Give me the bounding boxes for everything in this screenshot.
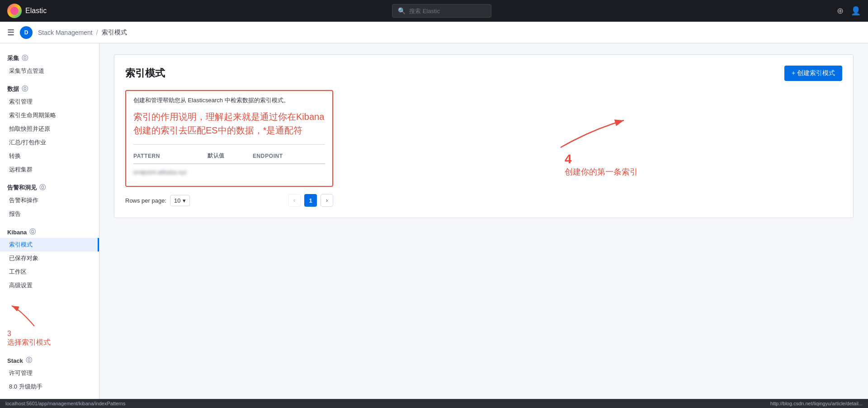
sidebar-item-index-mgmt[interactable]: 索引管理	[0, 95, 99, 109]
sidebar-item-license[interactable]: 许可管理	[0, 366, 99, 380]
global-search[interactable]: 🔍	[392, 4, 491, 18]
row-endpoint: endpoint.alibaba.xyz	[133, 169, 208, 176]
help-icon-data[interactable]: ⓪	[22, 85, 28, 93]
annotation-box: 创建和管理帮助您从 Elasticsearch 中检索数据的索引模式。 索引的作…	[125, 90, 333, 187]
annotation-3-label: 选择索引模式	[7, 338, 92, 347]
status-bar: localhost:5601/app/management/kibana/ind…	[0, 399, 868, 408]
sidebar-item-saved-objects[interactable]: 已保存对象	[0, 251, 99, 265]
section-title-collect: 采集	[7, 54, 19, 62]
sidebar-section-kibana: Kibana ⓪ 索引模式 已保存对象 工作区 高级设置	[0, 224, 99, 292]
rows-per-page: Rows per page: 10 ▾	[125, 195, 190, 206]
hamburger-button[interactable]: ☰	[7, 28, 14, 38]
section-header-alerts: 告警和洞见 ⓪	[0, 180, 99, 194]
top-navigation: Elastic 🔍 ⊕ 👤	[0, 0, 868, 22]
prev-page-button[interactable]: ‹	[288, 194, 301, 207]
search-icon: 🔍	[398, 7, 406, 14]
breadcrumb-current: 索引模式	[102, 28, 127, 37]
sidebar-section-collect: 采集 ⓪ 采集节点管道	[0, 51, 99, 78]
sidebar-item-workspaces[interactable]: 工作区	[0, 265, 99, 279]
sidebar-item-alerts-actions[interactable]: 告警和操作	[0, 194, 99, 207]
status-right-url: http://blog.csdn.net/liqingyu/article/de…	[770, 401, 863, 406]
sidebar-item-index-patterns[interactable]: 索引模式	[0, 238, 99, 251]
index-patterns-panel: 索引模式 + 创建索引模式 创建和管理帮助您从 Elasticsearch 中检…	[114, 54, 854, 218]
section-header-data: 数据 ⓪	[0, 81, 99, 95]
col-header-endpoint: endpoint	[253, 153, 325, 159]
callout-4-area: 4 创建你的第一条索引	[547, 116, 638, 177]
help-icon-stack[interactable]: ⓪	[26, 356, 32, 365]
sidebar-item-reports[interactable]: 报告	[0, 207, 99, 221]
rows-label: Rows per page:	[125, 197, 166, 204]
sidebar-section-alerts: 告警和洞见 ⓪ 告警和操作 报告	[0, 180, 99, 221]
svg-point-0	[10, 7, 19, 15]
col-header-pattern: Pattern	[133, 153, 208, 159]
logo-text: Elastic	[25, 7, 47, 15]
section-header-collect: 采集 ⓪	[0, 51, 99, 64]
nav-left: Elastic	[7, 4, 47, 18]
sidebar-item-transform[interactable]: 转换	[0, 149, 99, 163]
help-icon-kibana[interactable]: ⓪	[29, 228, 36, 236]
sidebar-item-rollup[interactable]: 汇总/打包作业	[0, 136, 99, 149]
annotation-description: 创建和管理帮助您从 Elasticsearch 中检索数据的索引模式。	[133, 96, 325, 104]
sidebar-section-data: 数据 ⓪ 索引管理 索引生命周期策略 拍取快照并还原 汇总/打包作业 转换 远程…	[0, 81, 99, 176]
section-header-kibana: Kibana ⓪	[0, 224, 99, 238]
sidebar-item-lifecycle[interactable]: 索引生命周期策略	[0, 109, 99, 122]
sidebar-item-upgrade[interactable]: 8.0 升级助手	[0, 380, 99, 394]
breadcrumb-separator: /	[96, 29, 98, 36]
rows-count: 10	[174, 197, 180, 204]
col-header-default: 默认值	[208, 152, 253, 160]
help-icon[interactable]: ⊕	[837, 6, 844, 16]
annotation-3-arrow	[7, 301, 43, 328]
elastic-logo-icon	[7, 4, 22, 18]
main-content: 索引模式 + 创建索引模式 创建和管理帮助您从 Elasticsearch 中检…	[99, 43, 868, 408]
breadcrumb: Stack Management / 索引模式	[38, 28, 127, 37]
page-navigation: ‹ 1 ›	[288, 194, 333, 207]
avatar: D	[20, 26, 33, 39]
section-title-data: 数据	[7, 85, 19, 93]
help-icon-alerts[interactable]: ⓪	[39, 184, 46, 192]
next-page-button[interactable]: ›	[321, 194, 333, 207]
callout-4-label: 创建你的第一条索引	[565, 166, 638, 177]
section-title-stack: Stack	[7, 357, 23, 364]
annotation-3-area: 3 选择索引模式	[0, 296, 99, 353]
annotation-main-text: 索引的作用说明，理解起来就是通过你在Kibana创建的索引去匹配ES中的数据，*…	[133, 110, 325, 137]
panel-body: 创建和管理帮助您从 Elasticsearch 中检索数据的索引模式。 索引的作…	[125, 90, 842, 207]
table-row-blurred: endpoint.alibaba.xyz	[133, 164, 325, 180]
breadcrumb-bar: ☰ D Stack Management / 索引模式	[0, 22, 868, 43]
section-header-stack: Stack ⓪	[0, 353, 99, 366]
help-icon-collect[interactable]: ⓪	[22, 54, 28, 62]
sidebar-item-pipeline[interactable]: 采集节点管道	[0, 64, 99, 78]
breadcrumb-stack-management[interactable]: Stack Management	[38, 29, 93, 36]
callout-4-number: 4	[565, 152, 572, 166]
annotation-4-arrow	[556, 116, 628, 152]
section-title-kibana: Kibana	[7, 229, 27, 236]
rows-select[interactable]: 10 ▾	[170, 195, 189, 206]
sidebar-item-snapshot[interactable]: 拍取快照并还原	[0, 122, 99, 136]
create-index-pattern-button[interactable]: + 创建索引模式	[784, 66, 842, 81]
chevron-down-icon: ▾	[183, 197, 186, 204]
nav-icons: ⊕ 👤	[837, 6, 861, 16]
inner-table: Pattern 默认值 endpoint endpoint.alibaba.xy…	[133, 144, 325, 180]
user-icon[interactable]: 👤	[851, 6, 861, 16]
section-title-alerts: 告警和洞见	[7, 184, 37, 192]
pagination: Rows per page: 10 ▾ ‹ 1 ›	[125, 194, 333, 207]
table-header-row: Pattern 默认值 endpoint	[133, 148, 325, 164]
panel-left: 创建和管理帮助您从 Elasticsearch 中检索数据的索引模式。 索引的作…	[125, 90, 333, 207]
main-layout: 采集 ⓪ 采集节点管道 数据 ⓪ 索引管理 索引生命周期策略 拍取快照并还原 汇…	[0, 43, 868, 408]
annotation-3-number: 3	[7, 330, 92, 338]
sidebar-item-remote-cluster[interactable]: 远程集群	[0, 163, 99, 176]
elastic-logo[interactable]: Elastic	[7, 4, 47, 18]
current-page: 1	[304, 194, 317, 207]
sidebar: 采集 ⓪ 采集节点管道 数据 ⓪ 索引管理 索引生命周期策略 拍取快照并还原 汇…	[0, 43, 99, 408]
panel-title: 索引模式	[125, 66, 165, 80]
panel-right: 4 创建你的第一条索引	[342, 90, 842, 207]
sidebar-section-stack: Stack ⓪ 许可管理 8.0 升级助手	[0, 353, 99, 394]
status-url: localhost:5601/app/management/kibana/ind…	[5, 401, 125, 406]
panel-header: 索引模式 + 创建索引模式	[125, 66, 842, 81]
search-input[interactable]	[409, 8, 486, 14]
sidebar-item-advanced-settings[interactable]: 高级设置	[0, 279, 99, 292]
